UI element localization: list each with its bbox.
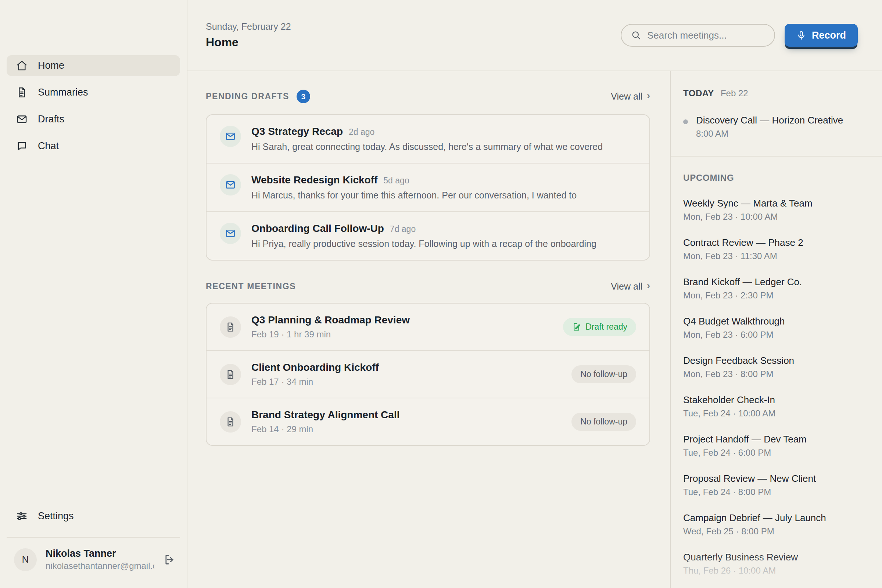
draft-icon-circle [220, 174, 241, 195]
sidebar-nav: Home Summaries Drafts Chat [0, 55, 187, 156]
sidebar-item-label: Home [38, 60, 64, 71]
draft-item[interactable]: Q3 Strategy Recap 2d ago Hi Sarah, great… [207, 115, 650, 163]
pending-drafts-count-badge: 3 [297, 90, 310, 103]
section-gap [206, 261, 650, 281]
user-meta: Nikolas Tanner nikolasethantanner@gmail.… [46, 548, 154, 571]
draft-age: 2d ago [349, 127, 375, 137]
user-row[interactable]: N Nikolas Tanner nikolasethantanner@gmai… [0, 538, 187, 571]
upcoming-time: Wed, Feb 25 · 8:00 PM [683, 526, 867, 537]
user-email: nikolasethantanner@gmail.com [46, 561, 154, 571]
upcoming-label: UPCOMING [683, 173, 867, 183]
search-input[interactable] [647, 30, 765, 41]
aside-divider [670, 156, 882, 156]
sliders-icon [16, 510, 28, 522]
logout-icon[interactable] [163, 554, 176, 566]
meeting-item[interactable]: Q3 Planning & Roadmap Review Feb 19 · 1 … [207, 303, 650, 350]
meeting-body: Client Onboarding Kickoff Feb 17 · 34 mi… [251, 362, 561, 387]
today-event[interactable]: Discovery Call — Horizon Creative 8:00 A… [683, 115, 867, 139]
avatar-initial: N [22, 554, 29, 565]
search-box[interactable] [621, 24, 775, 46]
today-label: TODAY [683, 88, 714, 99]
meeting-body: Brand Strategy Alignment Call Feb 14 · 2… [251, 409, 561, 434]
upcoming-title: Campaign Debrief — July Launch [683, 512, 867, 524]
pending-drafts-label: PENDING DRAFTS [206, 92, 289, 101]
chevron-right-icon: › [647, 281, 650, 291]
meeting-meta: Feb 19 · 1 hr 39 min [251, 329, 553, 340]
status-badge-no-follow-up: No follow-up [572, 365, 636, 383]
status-badge-label: No follow-up [580, 417, 627, 427]
today-date: Feb 22 [721, 88, 748, 99]
meeting-meta: Feb 14 · 29 min [251, 424, 561, 434]
draft-title: Onboarding Call Follow-Up [251, 223, 384, 234]
meeting-meta: Feb 17 · 34 min [251, 376, 561, 387]
schedule-panel: TODAY Feb 22 Discovery Call — Horizon Cr… [670, 71, 882, 588]
event-time: 8:00 AM [696, 129, 843, 139]
pending-drafts-view-all[interactable]: View all › [611, 91, 650, 102]
draft-item[interactable]: Website Redesign Kickoff 5d ago Hi Marcu… [207, 163, 650, 212]
sidebar-item-chat[interactable]: Chat [7, 136, 180, 156]
sidebar-item-label: Drafts [38, 114, 64, 125]
sidebar-item-label: Chat [38, 140, 59, 152]
sidebar-item-summaries[interactable]: Summaries [7, 82, 180, 103]
pending-drafts-title-group: PENDING DRAFTS 3 [206, 90, 310, 103]
envelope-icon [225, 131, 236, 142]
upcoming-title: Weekly Sync — Marta & Team [683, 198, 867, 209]
recent-meetings-label: RECENT MEETINGS [206, 282, 296, 291]
upcoming-time: Mon, Feb 23 · 6:00 PM [683, 330, 867, 340]
meeting-item[interactable]: Client Onboarding Kickoff Feb 17 · 34 mi… [207, 350, 650, 398]
status-badge-draft-ready[interactable]: Draft ready [563, 318, 636, 336]
today-header: TODAY Feb 22 [683, 88, 867, 99]
view-all-label: View all [611, 281, 642, 292]
sidebar-item-drafts[interactable]: Drafts [7, 109, 180, 130]
record-button[interactable]: Record [784, 24, 858, 46]
upcoming-title: Design Feedback Session [683, 355, 867, 366]
meeting-item[interactable]: Brand Strategy Alignment Call Feb 14 · 2… [207, 398, 650, 445]
envelope-icon [225, 179, 236, 190]
upcoming-item[interactable]: Brand Kickoff — Ledger Co. Mon, Feb 23 ·… [683, 276, 867, 301]
upcoming-item[interactable]: Proposal Review — New Client Tue, Feb 24… [683, 473, 867, 497]
draft-icon-circle [220, 223, 241, 244]
header-left: Sunday, February 22 Home [206, 21, 291, 49]
draft-icon-circle [220, 126, 241, 147]
upcoming-title: Quarterly Business Review [683, 552, 867, 563]
sidebar-item-home[interactable]: Home [7, 55, 180, 76]
sidebar-item-settings[interactable]: Settings [0, 506, 187, 526]
meeting-icon-circle [220, 316, 241, 338]
upcoming-time: Tue, Feb 24 · 6:00 PM [683, 448, 867, 458]
microphone-icon [796, 30, 806, 40]
envelope-icon [225, 228, 236, 239]
recent-meetings-header: RECENT MEETINGS View all › [206, 281, 650, 292]
draft-title-line: Website Redesign Kickoff 5d ago [251, 174, 636, 186]
document-icon [225, 369, 236, 380]
upcoming-item[interactable]: Stakeholder Check-In Tue, Feb 24 · 10:00… [683, 394, 867, 418]
upcoming-time: Mon, Feb 23 · 11:30 AM [683, 251, 867, 261]
recent-meetings-card: Q3 Planning & Roadmap Review Feb 19 · 1 … [206, 303, 650, 446]
upcoming-item[interactable]: Campaign Debrief — July Launch Wed, Feb … [683, 512, 867, 537]
upcoming-item[interactable]: Weekly Sync — Marta & Team Mon, Feb 23 ·… [683, 198, 867, 222]
sidebar-item-label: Summaries [38, 87, 88, 98]
pending-drafts-card: Q3 Strategy Recap 2d ago Hi Sarah, great… [206, 114, 650, 261]
upcoming-item[interactable]: Design Feedback Session Mon, Feb 23 · 8:… [683, 355, 867, 379]
draft-body: Q3 Strategy Recap 2d ago Hi Sarah, great… [251, 126, 636, 152]
draft-body: Website Redesign Kickoff 5d ago Hi Marcu… [251, 174, 636, 201]
draft-item[interactable]: Onboarding Call Follow-Up 7d ago Hi Priy… [207, 212, 650, 260]
document-icon [225, 417, 236, 427]
upcoming-title: Stakeholder Check-In [683, 394, 867, 406]
upcoming-item[interactable]: Project Handoff — Dev Team Tue, Feb 24 ·… [683, 434, 867, 458]
upcoming-title: Brand Kickoff — Ledger Co. [683, 276, 867, 288]
today-event-body: Discovery Call — Horizon Creative 8:00 A… [696, 115, 843, 139]
upcoming-title: Project Handoff — Dev Team [683, 434, 867, 445]
upcoming-time: Mon, Feb 23 · 8:00 PM [683, 369, 867, 379]
draft-title-line: Onboarding Call Follow-Up 7d ago [251, 223, 636, 234]
search-icon [631, 30, 641, 40]
meeting-title: Client Onboarding Kickoff [251, 362, 561, 374]
header-date: Sunday, February 22 [206, 21, 291, 32]
pending-drafts-header: PENDING DRAFTS 3 View all › [206, 90, 650, 103]
draft-preview: Hi Priya, really productive session toda… [251, 238, 636, 249]
upcoming-item[interactable]: Contract Review — Phase 2 Mon, Feb 23 · … [683, 237, 867, 261]
upcoming-time: Tue, Feb 24 · 10:00 AM [683, 408, 867, 418]
recent-meetings-view-all[interactable]: View all › [611, 281, 650, 292]
header: Sunday, February 22 Home Record [188, 0, 882, 71]
upcoming-item[interactable]: Quarterly Business Review Thu, Feb 26 · … [683, 552, 867, 576]
upcoming-item[interactable]: Q4 Budget Walkthrough Mon, Feb 23 · 6:00… [683, 316, 867, 340]
